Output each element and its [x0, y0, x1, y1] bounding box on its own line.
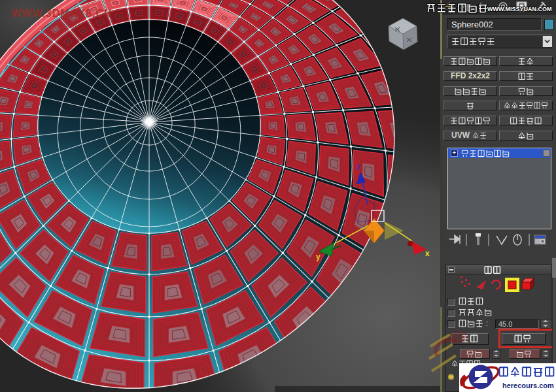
svg-text:WWW.3DMAX8.CN: WWW.3DMAX8.CN: [11, 8, 112, 19]
svg-text:herecours.com: herecours.com: [502, 382, 554, 389]
svg-text:x: x: [425, 249, 430, 258]
svg-text:z: z: [356, 162, 360, 171]
svg-text:y: y: [316, 252, 321, 261]
